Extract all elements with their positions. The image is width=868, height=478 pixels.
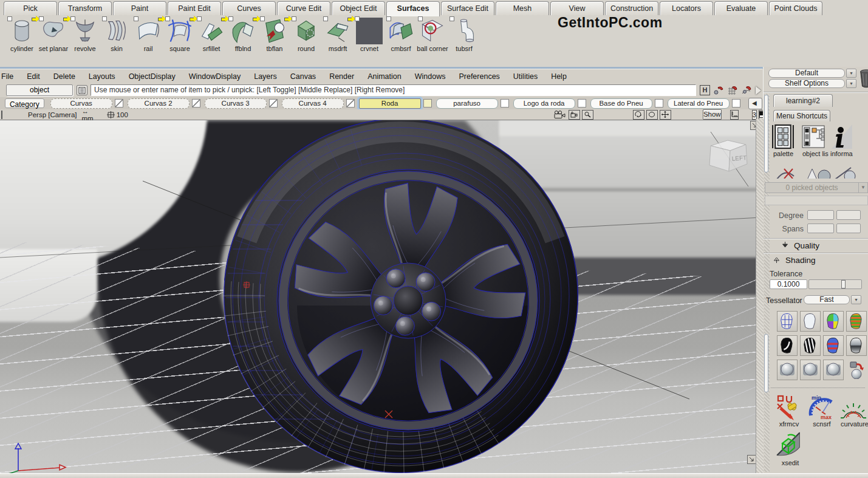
layer-toggle-icon[interactable] [578,99,586,108]
layer-curvas-3[interactable]: Curvas 3 [205,98,267,109]
layer-toggle-icon[interactable] [269,99,278,108]
spans-input-2[interactable] [836,224,861,233]
picked-objects-arrow[interactable]: ▼ [858,182,868,193]
scroll-thumb[interactable] [764,95,768,172]
menu-help[interactable]: Help [544,72,573,81]
menu-layers[interactable]: Layers [247,72,284,81]
shade-black-button[interactable] [777,335,798,356]
shade-wireframe-button[interactable] [777,311,798,332]
trash-icon[interactable] [858,68,868,89]
shade-blue-stripe-button[interactable] [823,335,844,356]
shelf-tab-construction[interactable]: Construction [605,1,658,15]
layer-toggle-icon[interactable] [115,99,123,108]
shelf-tab-mesh[interactable]: Mesh [496,1,549,15]
menu-preferences[interactable]: Preferences [452,72,506,81]
shelf-options-arrow[interactable]: ▼ [846,79,856,88]
curvature-tool[interactable]: curvature [840,394,868,428]
expand-arrow-icon[interactable] [773,256,780,263]
layer-curvas-2[interactable]: Curvas 2 [128,98,190,109]
menu-delete[interactable]: Delete [47,72,82,81]
shelf-tab-curves[interactable]: Curves [222,1,276,15]
prompt-play-icon[interactable] [756,86,761,95]
history-icon[interactable]: H [700,85,710,95]
tool-revolve[interactable]: revolve [69,16,101,65]
layer-parafuso[interactable]: parafuso [436,98,498,109]
shade-stripes-button[interactable] [846,311,867,332]
tool-rail[interactable]: rail [132,16,164,65]
shading-header[interactable]: Shading [785,256,816,265]
shelf-tab-view[interactable]: View [550,1,604,15]
menu-animation[interactable]: Animation [361,72,408,81]
view-cube[interactable]: LEFT [703,135,753,176]
viewport-corner-icon[interactable] [1,111,2,119]
layer-toggle-icon[interactable] [346,99,355,108]
menu-layouts[interactable]: Layouts [82,72,122,81]
spray-render-button[interactable] [846,360,867,380]
option-box[interactable] [165,16,170,21]
tool-skin[interactable]: skin [101,16,132,65]
shade-white-button[interactable] [800,311,821,332]
option-box[interactable] [197,16,202,21]
viewport-canvas[interactable]: LEFT [0,120,761,473]
tool-cylinder[interactable]: cylinder [6,16,38,65]
tolerance-input[interactable]: 0.1000 [770,279,807,289]
shade-chrome-button[interactable] [846,335,867,356]
degree-input-1[interactable] [807,210,834,220]
layer-toggle-icon[interactable] [423,99,432,108]
look-at-icon[interactable] [646,110,658,120]
option-box[interactable] [449,16,454,21]
shade-sphere-button-3[interactable] [823,360,844,380]
shelf-tab-curve-edit[interactable]: Curve Edit [277,1,330,15]
spans-input-1[interactable] [807,224,834,233]
shelf-tab-object-edit[interactable]: Object Edit [332,1,385,15]
tool-crvnet[interactable]: crvnet [354,16,385,65]
shelf-tab-pick[interactable]: Pick [4,1,57,15]
tool-cmbsrf[interactable]: cmbsrf [385,16,417,65]
layer-toggle-icon[interactable] [192,99,200,108]
shelf-tab-point-clouds[interactable]: Point Clouds [769,1,822,15]
xfrmcv-tool[interactable]: xfrmcv [774,394,804,428]
tessellator-select[interactable]: Fast [804,295,850,304]
show-button[interactable]: Show [703,109,722,120]
shelf-select[interactable]: Default [768,69,845,78]
option-box[interactable] [102,16,107,21]
shelf-page-tab[interactable]: learning#2 [773,94,833,107]
shelf-tab-surfaces[interactable]: Surfaces [386,1,440,16]
viewport-resize-icon[interactable] [747,455,756,464]
layer-toggle-icon[interactable] [732,99,740,108]
layer-roda-selected[interactable]: Roda [359,98,421,109]
menu-canvas[interactable]: Canvas [284,72,323,81]
shade-zebra-button[interactable] [800,335,821,356]
tessellator-arrow[interactable]: ▼ [851,295,861,304]
tolerance-slider[interactable] [808,279,862,289]
pan-icon[interactable] [660,110,671,120]
tool-ffblnd[interactable]: ffblnd [227,16,259,65]
menu-windows[interactable]: Windows [408,72,453,81]
shade-sphere-button-2[interactable] [800,360,821,380]
shelf-tab-surface-edit[interactable]: Surface Edit [441,1,494,15]
camera-lock-icon[interactable] [569,110,580,120]
prompt-history-button[interactable] [77,85,87,95]
twist-icon[interactable] [633,110,644,120]
option-box[interactable] [355,16,360,21]
pick-mode-select[interactable]: object [6,84,73,96]
quality-header[interactable]: Quality [794,241,819,250]
layer-curvas-4[interactable]: Curvas 4 [282,98,344,109]
wheel-model[interactable] [219,120,583,473]
tool-round[interactable]: round [290,16,322,65]
ruler-icon[interactable] [730,110,739,120]
curve-magnet-icon[interactable] [741,86,752,95]
panel-gutter[interactable] [756,119,764,473]
tool-tbflan[interactable]: tbflan [259,16,290,65]
layer-toggle-icon[interactable] [655,99,663,108]
layer-toggle-icon[interactable] [501,99,509,108]
tool-set-planar[interactable]: set planar [38,16,69,65]
zoom-icon[interactable] [582,110,593,120]
scroll-thumb[interactable] [764,334,768,392]
shelf-tab-locators[interactable]: Locators [660,1,713,15]
layer-scroll-buttons[interactable]: ◀ ▶ [748,98,762,109]
point-magnet-icon[interactable] [713,86,724,95]
layer-logo-da-roda[interactable]: Logo da roda [513,98,575,109]
tolerance-slider-thumb[interactable] [841,280,846,289]
shade-sphere-button-1[interactable] [777,360,798,380]
